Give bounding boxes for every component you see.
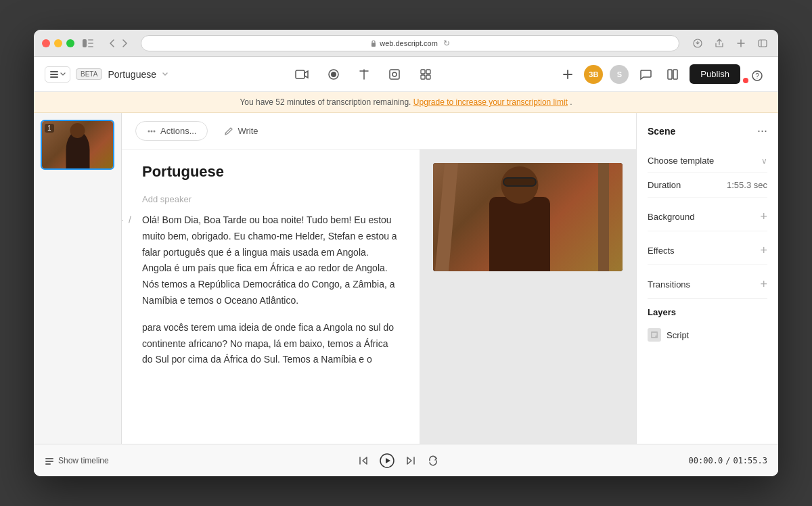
time-display: 00:00.0 / 01:55.3 [689,456,767,465]
play-button[interactable] [377,451,397,471]
current-time: 00:00.0 [689,456,723,465]
show-timeline-button[interactable]: Show timeline [45,456,109,465]
text-icon-button[interactable] [355,64,374,85]
project-name[interactable]: Portuguese [108,69,156,80]
svg-rect-29 [45,463,51,465]
duration-row: Duration 1:55.3 sec [648,173,767,198]
video-frame [433,163,623,271]
notification-dot [743,78,748,83]
video-preview [420,150,636,444]
svg-rect-4 [371,43,376,47]
avatar-s: S [610,65,629,84]
total-time: 01:55.3 [733,456,767,465]
project-chevron-icon [162,71,168,78]
editor-content: Portuguese Add speaker / + Olá! Bom Dia,… [122,150,636,444]
layout-button[interactable] [662,64,683,85]
duration-label: Duration [648,180,681,190]
right-panel-menu-button[interactable]: ··· [757,124,767,138]
forward-button[interactable] [120,37,130,50]
menu-button[interactable] [45,66,70,83]
layer-script-item[interactable]: Script [648,324,767,346]
svg-rect-2 [88,43,93,44]
repeat-button[interactable] [424,452,442,469]
upgrade-link[interactable]: Upgrade to increase your transcription l… [413,97,568,107]
downloads-icon[interactable] [690,36,705,51]
main-layout: 1 Actions... Write [34,113,778,444]
right-panel: Scene ··· Choose template ∨ Duration 1:5… [636,113,778,444]
sidebar-toggle-button[interactable] [80,36,96,51]
transitions-label: Transitions [648,279,690,290]
choose-template-row[interactable]: Choose template ∨ [648,149,767,173]
publish-button[interactable]: Publish [690,64,740,84]
svg-rect-7 [50,71,58,72]
chat-button[interactable] [635,64,656,85]
skip-forward-button[interactable] [403,453,419,469]
layers-section: Layers Script [648,307,767,346]
shape-icon-button[interactable] [384,64,405,85]
svg-rect-28 [45,461,53,462]
choose-template-chevron-icon: ∨ [761,156,767,166]
svg-rect-18 [426,75,430,79]
svg-rect-1 [88,39,93,41]
toolbar-left: BETA Portuguese [45,66,168,83]
share-icon[interactable] [712,36,727,51]
actions-button[interactable]: Actions... [135,121,208,141]
add-button[interactable] [558,65,577,84]
svg-rect-6 [759,40,767,47]
toolbar-center [177,64,550,85]
actions-icon [147,127,156,136]
plus-indicator[interactable]: + [122,212,123,229]
record-icon-button[interactable] [323,64,344,85]
svg-rect-16 [426,70,430,74]
maximize-traffic-light[interactable] [66,39,74,47]
editor-actions-bar: Actions... Write [122,113,636,150]
split-view-icon[interactable] [755,36,770,51]
back-button[interactable] [107,37,117,50]
avatar-user: 3B [584,65,603,84]
reload-icon[interactable]: ↻ [443,39,450,48]
wood-pillar-right [598,163,609,271]
background-add-button[interactable]: + [760,210,767,224]
app-content: BETA Portuguese [34,57,778,476]
actions-label: Actions... [160,126,196,136]
write-icon [224,127,233,136]
choose-template-label: Choose template [648,156,714,166]
transcript-paragraph-1[interactable]: / + Olá! Bom Dia, Boa Tarde ou boa noite… [142,212,399,309]
url-text: web.descript.com [380,39,438,47]
right-panel-header: Scene ··· [648,124,767,138]
svg-rect-10 [296,70,304,78]
timeline-bar: Show timeline 00:00.0 / 01:55.3 [34,444,778,476]
svg-rect-0 [83,39,87,47]
write-button[interactable]: Write [216,122,266,140]
menu-icon [49,70,59,79]
transcript-paragraph-2[interactable]: para vocês terem uma ideia de onde fica … [142,320,399,368]
effects-add-button[interactable]: + [760,244,767,258]
beta-badge: BETA [76,68,102,80]
help-button[interactable]: ? [747,66,767,86]
text-editor[interactable]: Portuguese Add speaker / + Olá! Bom Dia,… [122,150,420,444]
video-person [479,166,560,271]
show-timeline-label: Show timeline [58,456,109,465]
new-tab-icon[interactable] [734,36,748,51]
slash-indicator: / [129,212,131,229]
grid-icon-button[interactable] [415,64,436,85]
svg-rect-19 [668,70,672,79]
close-traffic-light[interactable] [42,39,50,47]
minimize-traffic-light[interactable] [54,39,62,47]
add-speaker[interactable]: Add speaker [142,194,399,204]
right-panel-title: Scene [648,126,675,137]
transitions-add-button[interactable]: + [760,277,767,292]
toolbar-right: 3B S Publish ? [558,64,767,85]
skip-back-button[interactable] [355,453,371,469]
video-icon-button[interactable] [291,64,313,85]
paragraph-1-text: Olá! Bom Dia, Boa Tarde ou boa noite! Tu… [142,214,397,306]
time-separator: / [725,456,730,465]
background-label: Background [648,212,694,222]
url-bar[interactable]: web.descript.com ↻ [141,35,679,51]
editor-area: Actions... Write Portuguese Add speaker … [122,113,636,444]
scene-thumbnail-1[interactable]: 1 [41,120,114,170]
svg-point-24 [151,130,153,132]
paragraph-2-text: para vocês terem uma ideia de onde fica … [142,322,394,365]
transitions-section-header: Transitions + [648,271,767,299]
effects-section-header: Effects + [648,237,767,265]
